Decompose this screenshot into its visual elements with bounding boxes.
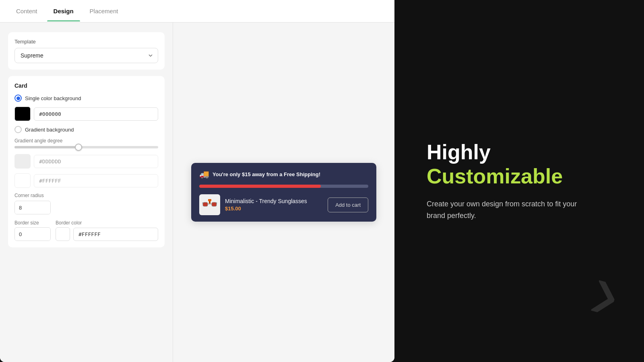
template-select[interactable]: Supreme Classic Minimal Bold	[14, 48, 158, 63]
settings-panel: Template Supreme Classic Minimal Bold Ca…	[0, 23, 173, 362]
gradient-radio[interactable]	[14, 126, 22, 133]
arrow-watermark: ›	[582, 243, 632, 339]
single-color-radio[interactable]	[14, 95, 22, 102]
gradient-color2-row	[14, 173, 158, 188]
tab-design[interactable]: Design	[47, 1, 80, 21]
product-row: Minimalistic - Trendy Sunglasses $15.00 …	[199, 194, 368, 215]
border-section: Border size px ▲ ▼ Border color	[14, 220, 158, 241]
border-size-value[interactable]	[15, 228, 51, 241]
gradient-radio-row[interactable]: Gradient background	[14, 126, 158, 133]
hero-line1: Highly	[427, 140, 491, 165]
tab-placement[interactable]: Placement	[83, 1, 125, 21]
tab-content[interactable]: Content	[10, 1, 44, 21]
border-size-input-box: px ▲ ▼	[14, 227, 51, 241]
color-swatch[interactable]	[14, 107, 31, 121]
hero-line2: Customizable	[427, 165, 563, 189]
border-size-label: Border size	[14, 220, 51, 226]
card-title: Card	[14, 82, 158, 89]
template-section: Template Supreme Classic Minimal Bold	[8, 32, 165, 70]
progress-bar	[199, 185, 368, 188]
product-card: 🚚 You're only $15 away from a Free Shipp…	[191, 163, 376, 222]
tab-bar: Content Design Placement	[0, 0, 394, 23]
corner-radius-label: Corner radius	[14, 193, 158, 198]
gradient-angle-slider[interactable]	[14, 146, 158, 148]
card-section: Card Single color background Gradient ba…	[8, 76, 165, 247]
shipping-text: You're only $15 away from a Free Shippin…	[213, 171, 320, 177]
border-color-swatch[interactable]	[56, 227, 70, 241]
hero-description: Create your own design from scratch to f…	[427, 198, 580, 222]
gradient-color1-row	[14, 154, 158, 169]
border-color-input[interactable]	[73, 228, 158, 241]
gradient-color1-input[interactable]	[34, 155, 158, 168]
gradient-color2-input[interactable]	[34, 174, 158, 187]
gradient-angle-label: Gradient angle degree	[14, 138, 158, 144]
gradient-swatch-1[interactable]	[14, 154, 31, 169]
corner-radius-input-box: px ▲ ▼	[14, 201, 51, 214]
svg-rect-1	[212, 202, 217, 206]
svg-rect-3	[208, 199, 211, 201]
shipping-banner: 🚚 You're only $15 away from a Free Shipp…	[199, 169, 368, 179]
product-info: Minimalistic - Trendy Sunglasses $15.00	[225, 198, 323, 212]
gradient-label: Gradient background	[25, 127, 74, 133]
color-hex-input[interactable]	[34, 107, 158, 121]
single-color-label: Single color background	[25, 95, 81, 101]
corner-radius-section: Corner radius px ▲ ▼	[14, 193, 158, 214]
color-row	[14, 107, 158, 121]
product-name: Minimalistic - Trendy Sunglasses	[225, 198, 323, 204]
template-label: Template	[14, 39, 158, 45]
svg-rect-0	[203, 202, 208, 206]
shipping-emoji: 🚚	[199, 169, 209, 179]
progress-fill	[199, 185, 321, 188]
preview-area: 🚚 You're only $15 away from a Free Shipp…	[173, 23, 394, 362]
right-panel: Highly Customizable Create your own desi…	[394, 0, 644, 362]
gradient-swatch-2[interactable]	[14, 173, 31, 188]
corner-radius-value[interactable]	[15, 202, 51, 214]
single-color-radio-row[interactable]: Single color background	[14, 95, 158, 102]
border-color-label: Border color	[56, 220, 158, 226]
product-thumbnail	[199, 194, 220, 215]
add-to-cart-button[interactable]: Add to cart	[328, 197, 368, 212]
product-price: $15.00	[225, 206, 323, 212]
